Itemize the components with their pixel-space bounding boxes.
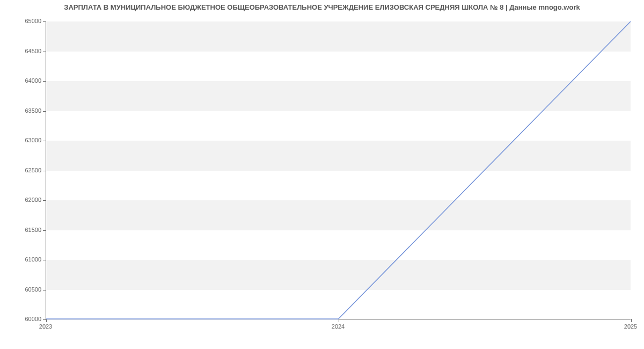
y-tick-label: 60500 bbox=[4, 286, 41, 293]
line-series bbox=[46, 21, 631, 319]
chart-title: ЗАРПЛАТА В МУНИЦИПАЛЬНОЕ БЮДЖЕТНОЕ ОБЩЕО… bbox=[0, 3, 644, 11]
x-tick-label: 2025 bbox=[624, 323, 637, 330]
plot-area bbox=[46, 21, 631, 319]
y-tick-label: 62000 bbox=[4, 197, 41, 203]
x-tick bbox=[46, 319, 47, 322]
y-tick-label: 63000 bbox=[4, 137, 41, 143]
y-tick-label: 64500 bbox=[4, 48, 41, 54]
y-tick-label: 65000 bbox=[4, 18, 41, 24]
x-tick bbox=[631, 319, 632, 322]
y-tick-label: 63500 bbox=[4, 107, 41, 114]
salary-line-chart: ЗАРПЛАТА В МУНИЦИПАЛЬНОЕ БЮДЖЕТНОЕ ОБЩЕО… bbox=[0, 0, 644, 349]
x-tick-label: 2024 bbox=[332, 323, 345, 330]
y-tick-label: 60000 bbox=[4, 316, 41, 322]
y-tick-label: 61000 bbox=[4, 256, 41, 263]
y-tick-label: 64000 bbox=[4, 77, 41, 84]
x-tick bbox=[339, 319, 339, 322]
x-tick-label: 2023 bbox=[39, 323, 52, 330]
series-line bbox=[46, 21, 631, 319]
y-tick-label: 62500 bbox=[4, 167, 41, 173]
y-tick-label: 61500 bbox=[4, 227, 41, 233]
